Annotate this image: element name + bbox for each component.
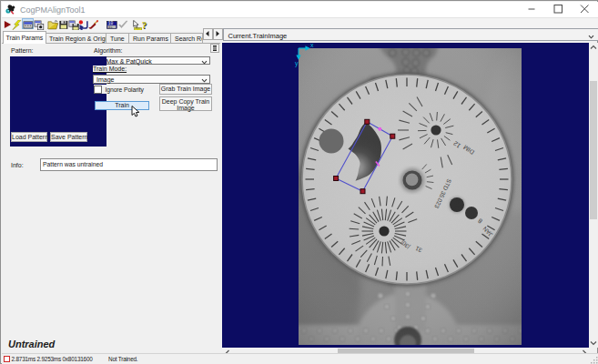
svg-text:x: x [310, 42, 314, 48]
svg-text:01: 01 [108, 25, 112, 28]
svg-text:?: ? [142, 20, 147, 30]
svg-text:y: y [295, 60, 299, 67]
